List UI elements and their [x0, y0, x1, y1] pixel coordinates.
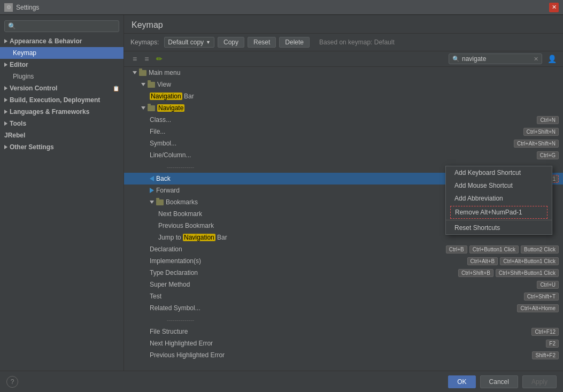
row-label: Previous Bookmark	[158, 222, 214, 229]
tree-row[interactable]: File... Ctrl+Shift+N	[124, 126, 563, 137]
tree-row[interactable]: Line/Column... Ctrl+G	[124, 149, 563, 161]
expand-all-icon[interactable]: ≡	[130, 53, 139, 64]
sidebar-item-label: Editor	[10, 61, 28, 68]
copy-button[interactable]: Copy	[218, 37, 244, 48]
row-label: Forward	[156, 187, 180, 194]
row-label: Next Highlighted Error	[150, 340, 213, 347]
row-label: Main menu	[149, 69, 180, 76]
context-menu-item-reset[interactable]: Reset Shortcuts	[446, 221, 552, 234]
sidebar-item-other[interactable]: Other Settings	[0, 141, 124, 153]
row-label: Related Symbol...	[150, 304, 200, 312]
item-label: Add Keyboard Shortcut	[454, 169, 521, 176]
context-menu-item-add-abbrev[interactable]: Add Abbreviation	[446, 192, 552, 205]
row-label: Test	[150, 293, 161, 300]
tree-row[interactable]: Test Ctrl+Shift+T	[124, 290, 563, 302]
collapse-all-icon[interactable]: ≡	[142, 53, 151, 64]
sidebar: 🔍 Appearance & Behavior Keymap Editor Pl…	[0, 15, 124, 371]
content-area: Keymap Keymaps: Default copy ▼ Copy Rese…	[124, 15, 563, 371]
sidebar-item-label: Tools	[10, 120, 26, 127]
expand-icon	[150, 201, 154, 204]
tree-search-input[interactable]	[462, 55, 531, 63]
expand-icon	[4, 121, 7, 126]
expand-icon	[4, 110, 7, 114]
row-label: Navigation Bar	[150, 93, 194, 100]
tree-row[interactable]: Previous Highlighted Error Shift+F2	[124, 349, 563, 361]
separator-label: --------------	[167, 164, 194, 170]
keymaps-label: Keymaps:	[130, 39, 159, 46]
sidebar-item-tools[interactable]: Tools	[0, 118, 124, 129]
tree-search[interactable]: 🔍 ✕	[449, 53, 542, 64]
sidebar-item-versioncontrol[interactable]: Version Control 📋	[0, 82, 124, 94]
expand-icon	[4, 98, 7, 102]
item-label: Add Mouse Shortcut	[454, 182, 513, 189]
sidebar-item-keymap[interactable]: Keymap	[0, 47, 124, 59]
row-label: Declaration	[150, 245, 182, 253]
keymap-value: Default copy	[168, 39, 204, 46]
row-label: Navigate	[157, 104, 184, 112]
user-icon[interactable]: 👤	[547, 55, 557, 63]
sidebar-item-languages[interactable]: Languages & Frameworks	[0, 106, 124, 118]
apply-button[interactable]: Apply	[522, 375, 557, 388]
tree-row[interactable]: Super Method Ctrl+U	[124, 279, 563, 290]
tree-row[interactable]: Main menu	[124, 67, 563, 79]
sidebar-item-plugins[interactable]: Plugins	[0, 71, 124, 82]
close-button[interactable]: ✕	[549, 3, 559, 12]
expand-icon	[133, 71, 137, 74]
sidebar-item-editor[interactable]: Editor	[0, 59, 124, 71]
context-menu-item-add-mouse[interactable]: Add Mouse Shortcut	[446, 179, 552, 192]
bottom-actions: OK Cancel Apply	[448, 375, 557, 388]
tree-row[interactable]: Navigation Bar	[124, 90, 563, 102]
search-glass-icon: 🔍	[452, 56, 460, 63]
app-icon: ⚙	[4, 3, 13, 12]
context-menu-separator	[446, 220, 552, 220]
sidebar-item-jrebel[interactable]: JRebel	[0, 129, 124, 141]
sidebar-item-label: JRebel	[4, 132, 25, 139]
tree-row[interactable]: Class... Ctrl+N	[124, 114, 563, 126]
tree-row[interactable]: View	[124, 79, 563, 90]
sidebar-item-label: Build, Execution, Deployment	[10, 96, 100, 104]
tree-row[interactable]: File Structure Ctrl+F12	[124, 326, 563, 337]
sidebar-item-build[interactable]: Build, Execution, Deployment	[0, 94, 124, 106]
tree-row[interactable]: Navigate	[124, 102, 563, 114]
keymap-select[interactable]: Default copy ▼	[164, 37, 214, 48]
tree-row[interactable]: Related Symbol... Ctrl+Alt+Home	[124, 302, 563, 314]
tree-row[interactable]: Implementation(s) Ctrl+Alt+B Ctrl+Alt+Bu…	[124, 255, 563, 267]
window-title: Settings	[16, 4, 549, 11]
context-menu-item-remove[interactable]: Remove Alt+NumPad-1	[450, 206, 547, 219]
sidebar-search-input[interactable]	[18, 22, 115, 30]
sidebar-item-label: Version Control	[10, 84, 57, 92]
sidebar-item-label: Other Settings	[10, 143, 54, 151]
delete-button[interactable]: Delete	[279, 37, 310, 48]
help-button[interactable]: ?	[6, 376, 18, 388]
folder-icon	[148, 105, 155, 111]
edit-icon[interactable]: ✏	[154, 53, 165, 64]
item-label: Reset Shortcuts	[454, 224, 500, 232]
sidebar-item-appearance[interactable]: Appearance & Behavior	[0, 35, 124, 47]
clear-search-icon[interactable]: ✕	[534, 56, 538, 63]
context-menu: Add Keyboard Shortcut Add Mouse Shortcut…	[445, 166, 552, 235]
folder-icon	[139, 70, 146, 76]
sidebar-item-label: Plugins	[13, 73, 34, 80]
tree-toolbar: ≡ ≡ ✏ 🔍 ✕ 👤	[124, 51, 563, 67]
tree-row[interactable]: Declaration Ctrl+B Ctrl+Button1 Click Bu…	[124, 243, 563, 255]
context-menu-item-add-keyboard[interactable]: Add Keyboard Shortcut	[446, 166, 552, 179]
tree-row[interactable]: Type Declaration Ctrl+Shift+B Ctrl+Shift…	[124, 267, 563, 279]
tree-content: Main menu View Navigation Bar Navigate C…	[124, 67, 563, 371]
row-label: Implementation(s)	[150, 257, 201, 265]
folder-icon	[148, 82, 155, 88]
sidebar-search[interactable]: 🔍	[4, 20, 119, 32]
cancel-button[interactable]: Cancel	[480, 375, 518, 388]
row-label: View	[157, 81, 171, 88]
tree-row[interactable]: Next Highlighted Error F2	[124, 337, 563, 349]
reset-button[interactable]: Reset	[248, 37, 276, 48]
row-label: File Structure	[150, 328, 188, 335]
expand-icon	[4, 63, 7, 67]
sidebar-item-label: Languages & Frameworks	[10, 108, 89, 116]
expand-icon	[4, 145, 7, 149]
ok-button[interactable]: OK	[448, 375, 475, 388]
chevron-down-icon: ▼	[206, 40, 211, 45]
tree-row[interactable]: Symbol... Ctrl+Alt+Shift+N	[124, 137, 563, 149]
tree-row: --------------	[124, 314, 563, 326]
title-bar: ⚙ Settings ✕	[0, 0, 563, 15]
separator-label: --------------	[167, 317, 194, 323]
